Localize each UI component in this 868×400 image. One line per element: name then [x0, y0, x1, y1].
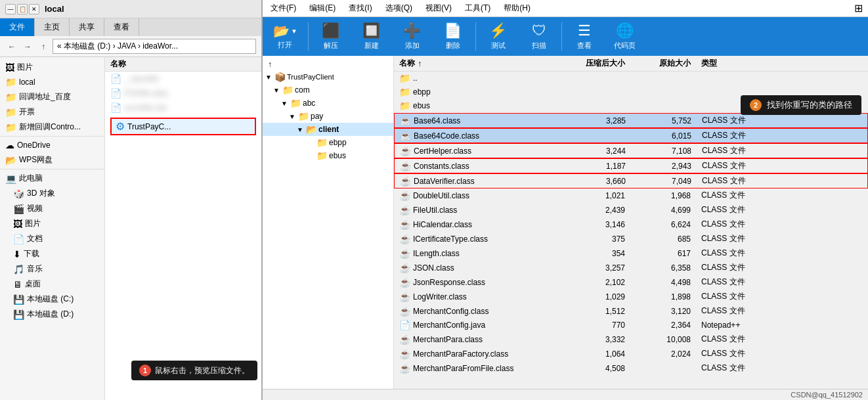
file-row[interactable]: ☕ Base64.class 3,285 5,752 CLASS 文件: [394, 113, 868, 128]
forward-button[interactable]: →: [21, 40, 34, 53]
sidebar-item-label: 文档: [27, 233, 43, 244]
tree-item-ebus[interactable]: 📁 ebus: [263, 149, 393, 162]
file-icon: ☕: [399, 205, 410, 215]
scan-button[interactable]: 🛡 扫描: [519, 20, 559, 53]
tab-view[interactable]: 查看: [104, 18, 139, 36]
menu-options[interactable]: 选项(Q): [383, 1, 415, 15]
sidebar-item-label: 下载: [24, 248, 39, 259]
sidebar-item-downloads[interactable]: ⬇ 下载: [0, 246, 104, 261]
file-row[interactable]: 📁 ..: [394, 72, 868, 85]
file-compressed: 3,257: [565, 262, 630, 274]
tab-share[interactable]: 共享: [70, 18, 104, 36]
file-row[interactable]: ☕ Base64Code.class 6,015 CLASS 文件: [394, 128, 868, 143]
sidebar-item-addcallback[interactable]: 📁 新增回调Contro...: [0, 120, 104, 135]
file-icon: 📄: [399, 320, 410, 330]
tree-label: ebpp: [329, 138, 347, 147]
sidebar-item-diskd[interactable]: 💾 本地磁盘 (D:): [0, 307, 104, 322]
titlebar-minimize[interactable]: —: [5, 4, 16, 14]
file-row[interactable]: ☕ FileUtil.class 2,439 4,699 CLASS 文件: [394, 203, 868, 217]
file-row[interactable]: ☕ ICertificateType.class 375 685 CLASS 文…: [394, 232, 868, 246]
maximize-button[interactable]: ⊞: [854, 2, 863, 14]
new-button[interactable]: 🔲 新建: [352, 20, 391, 53]
disk-icon: 💾: [13, 294, 24, 305]
file-name: 📁 ..: [394, 72, 565, 85]
open-button[interactable]: 📂 ▼ 打开: [265, 20, 305, 53]
tree-item-client[interactable]: ▼ 📂 client: [263, 123, 393, 136]
add-button[interactable]: ➕ 添加: [393, 20, 432, 53]
menu-edit[interactable]: 编辑(E): [307, 1, 338, 15]
titlebar-close[interactable]: ✕: [29, 4, 39, 14]
menu-view[interactable]: 视图(V): [423, 1, 454, 15]
file-icon: 📁: [399, 73, 410, 83]
file-size: 4,699: [630, 204, 696, 216]
extract-button[interactable]: ⬛ 解压: [311, 20, 351, 53]
file-compressed: 1,064: [565, 348, 630, 360]
sidebar-item-docs[interactable]: 📄 文档: [0, 231, 104, 246]
trustpay-file-item[interactable]: ⚙ TrustPayC...: [110, 118, 256, 135]
list-item[interactable]: 📄 _.xjavafile: [105, 72, 261, 86]
sidebar-item-local[interactable]: 📁 local: [0, 75, 104, 89]
tree-item-ebpp[interactable]: 📁 ebpp: [263, 136, 393, 149]
tab-home[interactable]: 主页: [35, 18, 70, 36]
address-bar: ← → ↑ « 本地磁盘 (D:) › JAVA › ideaWor...: [0, 36, 261, 57]
sidebar-item-wps[interactable]: 📂 WPS网盘: [0, 152, 104, 167]
list-item[interactable]: 📄 somefile.dat: [105, 100, 261, 115]
view-button[interactable]: ☰ 查看: [565, 20, 604, 53]
scan-label: 扫描: [532, 41, 546, 51]
file-row[interactable]: ☕ Constants.class 1,187 2,943 CLASS 文件: [394, 158, 868, 173]
sidebar-item-callback[interactable]: 📁 回调地址_百度: [0, 89, 104, 104]
file-row[interactable]: ☕ HiCalendar.class 3,146 6,624 CLASS 文件: [394, 217, 868, 232]
file-row[interactable]: ☕ MerchantParaFromFile.class 4,508 CLASS…: [394, 361, 868, 376]
sidebar-item-diskc[interactable]: 💾 本地磁盘 (C:): [0, 292, 104, 307]
sidebar-item-desktop[interactable]: 🖥 桌面: [0, 277, 104, 292]
file-row[interactable]: ☕ ILength.class 354 617 CLASS 文件: [394, 246, 868, 261]
file-row[interactable]: ☕ MerchantPara.class 3,332 10,008 CLASS …: [394, 332, 868, 347]
codepage-button[interactable]: 🌐 代码页: [605, 20, 645, 53]
sidebar-item-music[interactable]: 🎵 音乐: [0, 261, 104, 277]
back-button[interactable]: ←: [5, 40, 18, 53]
list-item[interactable]: 📄 PSHfile.data: [105, 86, 261, 100]
menu-find[interactable]: 查找(I): [346, 1, 374, 15]
file-row[interactable]: ☕ DoubleUtil.class 1,021 1,968 CLASS 文件: [394, 189, 868, 203]
file-row[interactable]: ☕ JsonResponse.class 2,102 4,498 CLASS 文…: [394, 275, 868, 290]
menu-help[interactable]: 帮助(H): [501, 1, 533, 15]
sidebar-item-video[interactable]: 🎬 视频: [0, 201, 104, 216]
file-compressed: [565, 77, 630, 79]
file-row[interactable]: ☕ MerchantConfig.class 1,512 3,120 CLASS…: [394, 304, 868, 319]
file-type: CLASS 文件: [696, 217, 775, 231]
menu-tools[interactable]: 工具(T): [462, 1, 493, 15]
winrar-menubar: 文件(F) 编辑(E) 查找(I) 选项(Q) 视图(V) 工具(T) 帮助(H…: [263, 0, 868, 17]
file-row[interactable]: 📄 MerchantConfig.java 770 2,364 Notepad+…: [394, 319, 868, 332]
sidebar-item-3d[interactable]: 🎲 3D 对象: [0, 186, 104, 201]
folder-icon: 📁: [282, 85, 293, 95]
file-row[interactable]: ☕ DataVerifier.class 3,660 7,049 CLASS 文…: [394, 173, 868, 189]
tree-arrow: ▼: [265, 74, 273, 81]
sidebar-item-onedrive[interactable]: ☁ OneDrive: [0, 138, 104, 152]
sidebar-item-invoice[interactable]: 📁 开票: [0, 104, 104, 120]
blurred-filename: PSHfile.data: [124, 89, 168, 98]
titlebar-new-tab[interactable]: 📋: [17, 4, 28, 14]
tree-item-abc[interactable]: ▼ 📁 abc: [263, 97, 393, 110]
sidebar-item-pictures[interactable]: 🖼 图片: [0, 60, 104, 75]
sidebar-item-label: 本地磁盘 (C:): [27, 294, 74, 305]
sidebar-item-pics[interactable]: 🖼 图片: [0, 216, 104, 231]
winrar-panel: 文件(F) 编辑(E) 查找(I) 选项(Q) 视图(V) 工具(T) 帮助(H…: [263, 0, 868, 400]
up-button[interactable]: ↑: [37, 40, 50, 53]
tab-file[interactable]: 文件: [0, 18, 35, 36]
sidebar-item-label: OneDrive: [17, 141, 51, 150]
file-row[interactable]: ☕ CertHelper.class 3,244 7,108 CLASS 文件: [394, 143, 868, 158]
menu-file[interactable]: 文件(F): [268, 1, 299, 15]
tree-item-root[interactable]: ▼ 📦 TrustPayClient: [263, 70, 393, 83]
test-button[interactable]: ⚡ 测试: [479, 20, 518, 53]
file-name: ☕ MerchantPara.class: [394, 333, 565, 346]
tree-item-pay[interactable]: ▼ 📁 pay: [263, 110, 393, 123]
sidebar-item-mypc[interactable]: 💻 此电脑: [0, 171, 104, 186]
file-row[interactable]: ☕ JSON.class 3,257 6,358 CLASS 文件: [394, 261, 868, 275]
address-path[interactable]: « 本地磁盘 (D:) › JAVA › ideaWor...: [53, 39, 256, 54]
file-row[interactable]: ☕ LogWriter.class 1,029 1,898 CLASS 文件: [394, 290, 868, 304]
tree-item-com[interactable]: ▼ 📁 com: [263, 83, 393, 97]
delete-button[interactable]: 📄 删除: [433, 20, 473, 53]
divider: [475, 22, 476, 51]
file-row[interactable]: ☕ MerchantParaFactory.class 1,064 2,024 …: [394, 347, 868, 361]
sidebar-item-label: 桌面: [25, 278, 41, 290]
